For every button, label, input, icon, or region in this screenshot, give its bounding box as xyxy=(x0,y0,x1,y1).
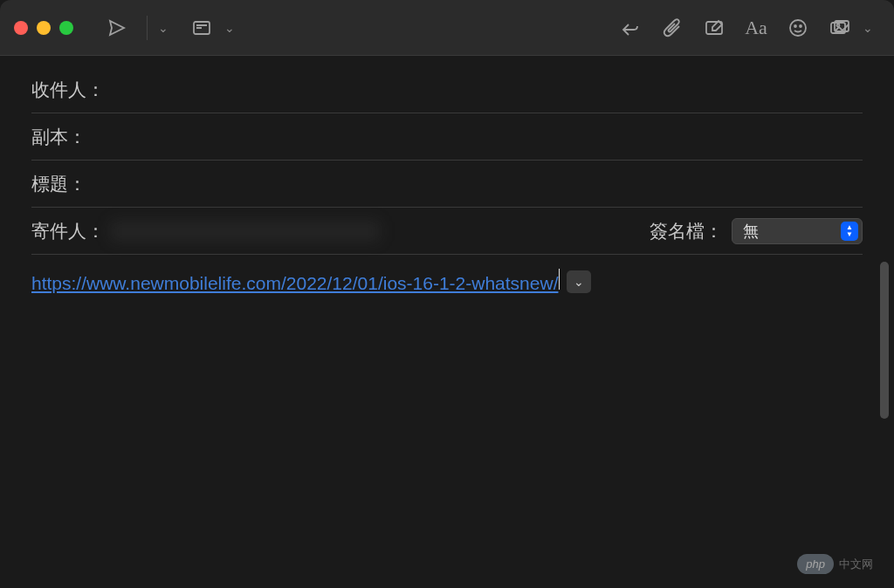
window-controls xyxy=(14,21,73,35)
titlebar: ⌄ ⌄ Aa ⌄ xyxy=(0,0,894,56)
header-fields: 收件人： 副本： 標題： 寄件人： 簽名檔： 無 ▲▼ xyxy=(0,56,894,255)
send-options-dropdown-icon[interactable]: ⌄ xyxy=(158,21,168,35)
maximize-window-button[interactable] xyxy=(59,21,73,35)
cc-field-row[interactable]: 副本： xyxy=(31,113,863,161)
scrollbar[interactable] xyxy=(880,262,891,436)
reply-icon[interactable] xyxy=(615,12,646,44)
chevron-down-icon: ⌄ xyxy=(574,275,584,289)
photo-dropdown-icon[interactable]: ⌄ xyxy=(863,21,873,35)
from-field-row[interactable]: 寄件人： 簽名檔： 無 ▲▼ xyxy=(31,208,863,255)
close-window-button[interactable] xyxy=(14,21,28,35)
signature-select-value: 無 xyxy=(743,221,759,242)
format-text-icon[interactable]: Aa xyxy=(740,12,772,44)
compose-body[interactable]: https://www.newmobilelife.com/2022/12/01… xyxy=(0,255,894,308)
toolbar-divider xyxy=(147,16,148,40)
watermark-text: 中文网 xyxy=(839,557,873,572)
send-icon[interactable] xyxy=(101,12,133,44)
photo-icon[interactable] xyxy=(824,12,856,44)
markup-icon[interactable] xyxy=(698,12,730,44)
signature-select[interactable]: 無 ▲▼ xyxy=(732,218,863,244)
emoji-icon[interactable] xyxy=(782,12,814,44)
scrollbar-thumb[interactable] xyxy=(880,262,889,419)
select-arrows-icon: ▲▼ xyxy=(841,222,858,241)
svg-point-5 xyxy=(794,25,796,27)
cc-label: 副本： xyxy=(31,125,110,149)
link-expand-button[interactable]: ⌄ xyxy=(567,270,591,293)
to-field-row[interactable]: 收件人： xyxy=(31,66,863,113)
svg-point-4 xyxy=(790,20,806,36)
subject-field-row[interactable]: 標題： xyxy=(31,161,863,208)
svg-rect-3 xyxy=(706,22,722,34)
compose-link[interactable]: https://www.newmobilelife.com/2022/12/01… xyxy=(31,273,558,293)
signature-label: 簽名檔： xyxy=(650,219,723,243)
svg-point-6 xyxy=(800,25,801,27)
from-label: 寄件人： xyxy=(31,219,110,243)
from-value-redacted xyxy=(110,221,380,242)
minimize-window-button[interactable] xyxy=(37,21,51,35)
watermark-badge: php xyxy=(797,554,834,574)
subject-label: 標題： xyxy=(31,172,110,196)
text-caret xyxy=(559,269,560,290)
watermark: php 中文网 xyxy=(797,554,873,574)
list-header-icon[interactable] xyxy=(186,12,217,44)
to-label: 收件人： xyxy=(31,78,110,102)
attachment-icon[interactable] xyxy=(657,12,688,44)
header-dropdown-icon[interactable]: ⌄ xyxy=(224,21,235,35)
